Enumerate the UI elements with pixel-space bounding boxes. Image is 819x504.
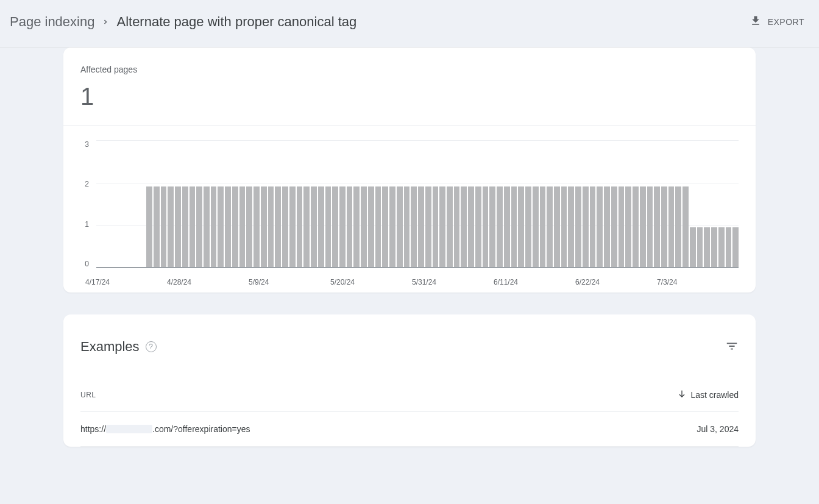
chart-bar <box>339 186 346 268</box>
chart-bar <box>375 186 381 268</box>
crawled-cell: Jul 3, 2024 <box>697 424 739 434</box>
examples-title: Examples <box>80 339 140 355</box>
chart-bar <box>625 186 631 268</box>
chart-bar <box>303 186 310 268</box>
chart-bar <box>447 186 453 268</box>
chart-y-axis: 3 2 1 0 <box>80 140 89 268</box>
chart-bar <box>718 227 725 268</box>
chart-bar <box>182 186 188 268</box>
chart-bar <box>161 186 167 268</box>
export-button[interactable]: EXPORT <box>745 11 809 32</box>
chart-baseline <box>96 267 739 268</box>
chart-bar <box>353 186 360 268</box>
chart-bar <box>561 186 567 268</box>
chart-bar <box>168 186 174 268</box>
table-header-row: URL Last crawled <box>80 389 739 412</box>
chart-bar <box>590 186 596 268</box>
chart-bar <box>682 186 689 268</box>
chart-bar <box>347 186 353 268</box>
column-url: URL <box>80 391 96 399</box>
chart-bar <box>425 186 431 268</box>
chart-bar <box>726 227 732 268</box>
affected-pages-value: 1 <box>80 83 739 110</box>
chart-bar <box>311 186 317 268</box>
chart-bar <box>554 186 560 268</box>
chart-bar <box>633 186 639 268</box>
chart-bar <box>297 186 303 268</box>
chart-bar <box>575 186 581 268</box>
chart-bar <box>261 186 267 268</box>
filter-icon[interactable] <box>725 339 739 355</box>
chart-bar <box>318 186 324 268</box>
chart-bar <box>461 186 467 268</box>
chart-bar <box>583 186 589 268</box>
chart-bar <box>475 186 481 268</box>
chart-bar <box>154 186 160 268</box>
help-icon[interactable]: ? <box>146 341 157 352</box>
chart-bar <box>711 227 717 268</box>
chart-bar <box>175 186 181 268</box>
chart-bar <box>504 186 510 268</box>
chart-bar <box>361 186 367 268</box>
url-cell: https://.com/?offerexpiration=yes <box>80 424 250 434</box>
chart-bar <box>146 186 152 268</box>
chart-bar <box>483 186 489 268</box>
chart-bar <box>640 186 646 268</box>
chart-bar <box>268 186 274 268</box>
examples-card: Examples ? URL Last crawled https://.com… <box>63 314 756 447</box>
chart-bar <box>368 186 374 268</box>
download-icon <box>750 15 762 29</box>
export-label: EXPORT <box>768 17 804 27</box>
chart-bar <box>675 186 681 268</box>
chart-bar <box>454 186 460 268</box>
chart: 3 2 1 0 4/17/24 4/28/24 5/9/24 5/20/24 5… <box>63 125 756 293</box>
chart-bar <box>411 186 417 268</box>
chart-bar <box>439 186 445 268</box>
chart-bar <box>619 186 625 268</box>
chart-bar <box>547 186 553 268</box>
chart-bar <box>690 227 696 268</box>
chart-bar <box>647 186 653 268</box>
chevron-right-icon <box>102 18 109 26</box>
chart-x-axis: 4/17/24 4/28/24 5/9/24 5/20/24 5/31/24 6… <box>85 278 739 286</box>
affected-pages-label: Affected pages <box>80 65 739 74</box>
redacted-segment <box>106 425 152 433</box>
page-header: Page indexing Alternate page with proper… <box>0 0 819 48</box>
chart-bar <box>704 227 710 268</box>
chart-bar <box>611 186 617 268</box>
chart-bar <box>568 186 574 268</box>
chart-bar <box>332 186 338 268</box>
chart-bar <box>254 186 260 268</box>
breadcrumb-parent-link[interactable]: Page indexing <box>10 14 94 30</box>
chart-bar <box>397 186 403 268</box>
chart-bar <box>246 186 252 268</box>
chart-bar <box>433 186 439 268</box>
chart-bar <box>697 227 703 268</box>
chart-bar <box>275 186 281 268</box>
chart-bars <box>96 146 739 268</box>
chart-bar <box>518 186 524 268</box>
column-last-crawled[interactable]: Last crawled <box>677 389 739 400</box>
chart-bar <box>597 186 603 268</box>
chart-bar <box>211 186 217 268</box>
sort-down-icon <box>677 389 687 400</box>
affected-pages-card: Affected pages 1 3 2 1 0 4/17/24 4/28/24… <box>63 48 756 293</box>
chart-bar <box>218 186 224 268</box>
chart-bar <box>540 186 546 268</box>
breadcrumb-current: Alternate page with proper canonical tag <box>116 14 356 30</box>
chart-bar <box>389 186 395 268</box>
chart-bar <box>382 186 388 268</box>
chart-bar <box>289 186 296 268</box>
chart-bar <box>325 186 332 268</box>
chart-bar <box>732 227 739 268</box>
chart-bar <box>282 186 288 268</box>
chart-bar <box>489 186 495 268</box>
chart-bar <box>225 186 231 268</box>
chart-bar <box>604 186 610 268</box>
table-row[interactable]: https://.com/?offerexpiration=yes Jul 3,… <box>80 412 739 447</box>
chart-bar <box>204 186 210 268</box>
chart-bar <box>468 186 474 268</box>
chart-bar <box>533 186 539 268</box>
chart-bar <box>511 186 517 268</box>
chart-bar <box>404 186 410 268</box>
